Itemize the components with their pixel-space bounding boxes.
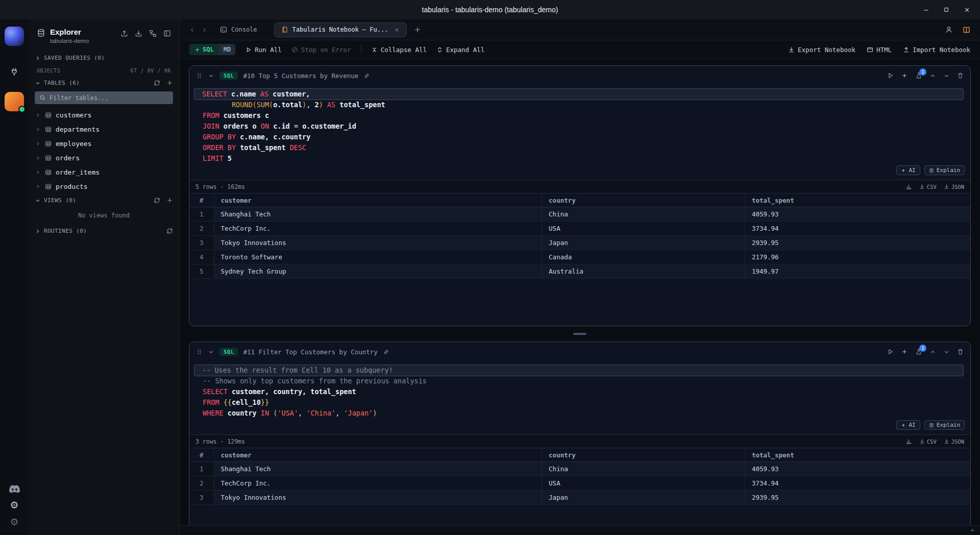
ai-sparkle-icon[interactable]	[901, 72, 908, 79]
sidebar-table-item[interactable]: orders	[29, 151, 179, 165]
drag-handle-icon[interactable]	[196, 348, 203, 355]
result-cell[interactable]: China	[542, 207, 745, 222]
result-cell[interactable]: 3734.94	[745, 222, 970, 236]
result-cell[interactable]: Australia	[542, 264, 745, 279]
result-cell[interactable]: Tokyo Innovations	[214, 236, 542, 250]
sidebar-table-item[interactable]: products	[29, 179, 179, 193]
cell-link-icon[interactable]	[383, 349, 389, 355]
assistant-icon[interactable]	[945, 26, 953, 34]
run-cell-icon[interactable]	[887, 348, 894, 355]
explain-button[interactable]: Explain	[924, 420, 965, 430]
export-json-button[interactable]: JSON	[944, 439, 964, 445]
ai-sparkle-icon[interactable]	[901, 348, 908, 355]
result-cell[interactable]: 2	[189, 222, 214, 236]
cell-resize-handle[interactable]	[189, 326, 971, 342]
ai-button[interactable]: AI	[896, 420, 920, 430]
plug-connection-icon[interactable]	[10, 67, 19, 77]
cell-link-icon[interactable]	[363, 72, 370, 79]
refresh-routines-icon[interactable]	[166, 228, 173, 234]
result-cell[interactable]: 3	[189, 491, 214, 505]
drag-handle-icon[interactable]	[196, 72, 203, 79]
sidebar-table-item[interactable]: employees	[29, 136, 179, 151]
export-csv-button[interactable]: CSV	[919, 184, 937, 190]
filter-tables-input[interactable]	[50, 94, 168, 102]
preferences-gear-icon[interactable]: ⚙	[10, 517, 18, 527]
chart-icon[interactable]	[905, 183, 912, 190]
result-cell[interactable]: Shanghai Tech	[214, 207, 542, 222]
result-cell[interactable]: 3	[189, 236, 214, 250]
result-cell[interactable]: Japan	[542, 236, 745, 250]
move-cell-down-icon[interactable]	[943, 349, 950, 355]
explain-button[interactable]: Explain	[924, 165, 965, 175]
app-logo[interactable]	[5, 27, 24, 46]
active-connection-tile[interactable]	[5, 92, 24, 111]
ai-button[interactable]: AI	[896, 165, 920, 175]
maximize-icon[interactable]	[937, 3, 955, 17]
result-cell[interactable]: 3734.94	[745, 476, 970, 491]
import-icon[interactable]	[135, 30, 142, 37]
collapse-cell-icon[interactable]	[208, 349, 214, 355]
result-cell[interactable]: Toronto Software	[214, 250, 542, 264]
docs-book-icon[interactable]	[962, 26, 971, 34]
result-cell[interactable]: 1949.97	[745, 264, 970, 279]
sidebar-table-item[interactable]: order_items	[29, 165, 179, 179]
views-section[interactable]: VIEWS (0)	[29, 193, 179, 207]
run-cell-icon[interactable]	[887, 72, 894, 79]
result-cell[interactable]: TechCorp Inc.	[214, 222, 542, 236]
result-cell[interactable]: 1	[189, 207, 214, 222]
expand-panel-icon[interactable]	[969, 527, 975, 533]
chart-icon[interactable]	[905, 438, 912, 445]
result-cell[interactable]: China	[542, 462, 745, 476]
result-cell[interactable]: 2	[189, 476, 214, 491]
close-tab-icon[interactable]	[394, 27, 400, 33]
refresh-views-icon[interactable]	[154, 197, 160, 204]
run-all-button[interactable]: Run All	[245, 46, 282, 54]
move-cell-up-icon[interactable]	[929, 349, 936, 355]
result-cell[interactable]: Tokyo Innovations	[214, 491, 542, 505]
move-cell-down-icon[interactable]	[943, 72, 950, 79]
sidebar-table-item[interactable]: customers	[29, 108, 179, 122]
code-editor[interactable]: SELECT c.name AS customer, ROUND(SUM(o.t…	[189, 85, 970, 164]
sidebar-table-item[interactable]: departments	[29, 122, 179, 136]
new-tab-icon[interactable]	[414, 26, 421, 33]
result-cell[interactable]: 1	[189, 462, 214, 476]
result-cell[interactable]: 2939.95	[745, 491, 970, 505]
collapse-all-button[interactable]: Collapse All	[371, 46, 427, 54]
result-cell[interactable]: 2939.95	[745, 236, 970, 250]
export-json-button[interactable]: JSON	[944, 184, 964, 190]
export-notebook-button[interactable]: Export Notebook	[788, 46, 855, 54]
result-cell[interactable]: TechCorp Inc.	[214, 476, 542, 491]
html-export-button[interactable]: HTML	[867, 46, 892, 54]
close-window-icon[interactable]	[958, 3, 976, 17]
code-editor[interactable]: -- Uses the result from Cell 10 as a sub…	[189, 361, 970, 419]
result-cell[interactable]: 4059.93	[745, 207, 970, 222]
result-cell[interactable]: Japan	[542, 491, 745, 505]
import-notebook-button[interactable]: Import Notebook	[903, 46, 970, 54]
refresh-tables-icon[interactable]	[154, 80, 160, 86]
settings-gear-icon[interactable]: ⚙	[10, 500, 18, 510]
results-flask-icon[interactable]: 1	[915, 348, 922, 355]
result-cell[interactable]: USA	[542, 476, 745, 491]
result-cell[interactable]: 4	[189, 250, 214, 264]
add-view-icon[interactable]	[166, 197, 173, 204]
delete-cell-icon[interactable]	[957, 72, 964, 79]
discord-icon[interactable]	[9, 485, 20, 493]
result-cell[interactable]: USA	[542, 222, 745, 236]
add-table-icon[interactable]	[166, 80, 173, 86]
add-sql-cell-button[interactable]: SQL	[189, 44, 219, 55]
tables-section[interactable]: TABLES (6)	[29, 76, 179, 90]
delete-cell-icon[interactable]	[957, 348, 964, 355]
stop-on-error-button[interactable]: Stop on Error	[291, 46, 351, 54]
tab-notebook[interactable]: Tabularis Notebook — Fu...	[274, 22, 407, 37]
minimize-icon[interactable]	[917, 3, 935, 17]
expand-all-button[interactable]: Expand All	[436, 46, 484, 54]
move-cell-up-icon[interactable]	[929, 72, 936, 79]
result-cell[interactable]: 2179.96	[745, 250, 970, 264]
nav-back-icon[interactable]	[186, 27, 198, 33]
filter-tables-box[interactable]	[35, 91, 173, 104]
schema-diagram-icon[interactable]	[149, 30, 157, 37]
result-cell[interactable]: Sydney Tech Group	[214, 264, 542, 279]
nav-forward-icon[interactable]	[198, 27, 210, 33]
export-icon[interactable]	[120, 30, 128, 37]
export-csv-button[interactable]: CSV	[919, 439, 937, 445]
